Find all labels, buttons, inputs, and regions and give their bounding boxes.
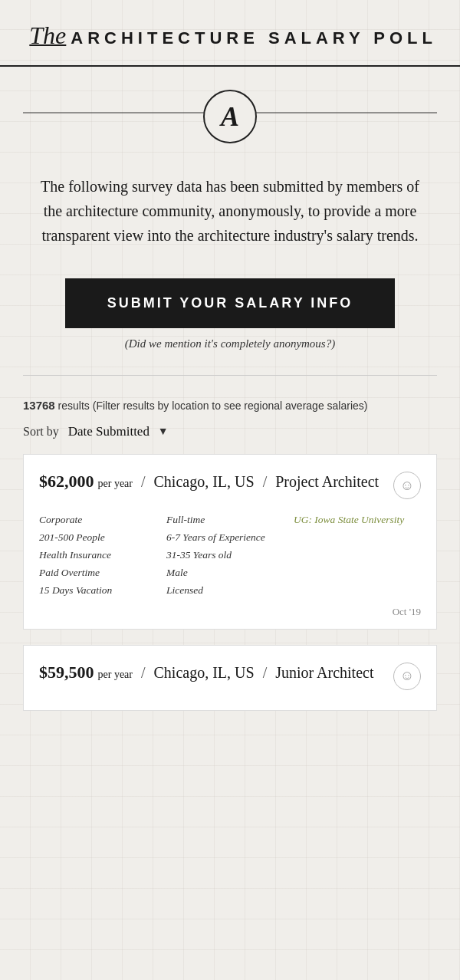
intro-text: The following survey data has been submi… [31,174,429,248]
salary-role-1: Project Architect [275,473,379,490]
salary-divider-2: / [263,473,268,490]
detail-university: UG: Iowa State University [294,511,421,529]
section-divider [23,375,437,376]
logo-letter: A [221,100,239,133]
smiley-icon-1: ☺ [393,472,421,499]
smiley-face-2: ☺ [400,668,414,684]
detail-gender: Male [166,564,294,582]
detail-insurance: Health Insurance [39,547,166,564]
salary-divider-1: / [141,473,146,490]
sort-label: Sort by [23,425,59,439]
details-grid-1: Corporate 201-500 People Health Insuranc… [39,511,421,600]
detail-experience: 6-7 Years of Experience [166,529,294,547]
header-the: The [29,21,66,50]
results-count: 13768 results (Filter results by locatio… [23,399,437,412]
header-title: ARCHITECTURE SALARY POLL [71,28,437,48]
salary-location-1: Chicago, IL, US [154,473,255,490]
salary-amount-1: $62,000 [39,472,94,491]
salary-role-2: Junior Architect [275,664,373,681]
details-col2: Full-time 6-7 Years of Experience 31-35 … [166,511,294,600]
salary-card-1-header: $62,000 per year / Chicago, IL, US / Pro… [39,470,421,499]
salary-amount-2: $59,500 [39,663,94,682]
detail-corporate: Corporate [39,511,166,529]
salary-card-1: $62,000 per year / Chicago, IL, US / Pro… [23,454,437,630]
smiley-icon-2: ☺ [393,663,421,690]
header: The ARCHITECTURE SALARY POLL [0,0,460,67]
detail-fulltime: Full-time [166,511,294,529]
salary-main-info-1: $62,000 per year / Chicago, IL, US / Pro… [39,470,393,494]
sort-select-wrapper: Date Submitted ▼ [68,424,169,439]
detail-overtime: Paid Overtime [39,564,166,582]
detail-vacation: 15 Days Vacation [39,582,166,600]
detail-size: 201-500 People [39,529,166,547]
salary-card-2: $59,500 per year / Chicago, IL, US / Jun… [23,645,437,711]
salary-divider-4: / [263,664,268,681]
smiley-face-1: ☺ [400,478,414,494]
logo-section: A [0,67,460,159]
cta-section: SUBMIT YOUR SALARY INFO (Did we mention … [0,271,460,360]
salary-per-year-2: per year [98,669,133,680]
page-wrapper: The ARCHITECTURE SALARY POLL A The follo… [0,0,460,711]
salary-divider-3: / [141,664,146,681]
results-filter-note: results (Filter results by location to s… [58,400,368,412]
salary-date-1: Oct '19 [39,606,421,618]
sort-row: Sort by Date Submitted ▼ [23,424,437,439]
results-section: 13768 results (Filter results by locatio… [0,391,460,711]
detail-age: 31-35 Years old [166,547,294,564]
logo-circle: A [203,90,257,143]
salary-location-2: Chicago, IL, US [154,664,255,681]
salary-per-year-1: per year [98,478,133,489]
intro-section: The following survey data has been submi… [0,159,460,271]
anonymous-note: (Did we mention it's completely anonymou… [125,337,335,350]
salary-card-2-header: $59,500 per year / Chicago, IL, US / Jun… [39,661,421,690]
salary-main-info-2: $59,500 per year / Chicago, IL, US / Jun… [39,661,393,685]
details-col1: Corporate 201-500 People Health Insuranc… [39,511,166,600]
sort-select[interactable]: Date Submitted [68,424,169,439]
detail-licensed: Licensed [166,582,294,600]
submit-salary-button[interactable]: SUBMIT YOUR SALARY INFO [65,278,395,328]
details-col3: UG: Iowa State University [294,511,421,600]
results-number: 13768 [23,399,55,412]
